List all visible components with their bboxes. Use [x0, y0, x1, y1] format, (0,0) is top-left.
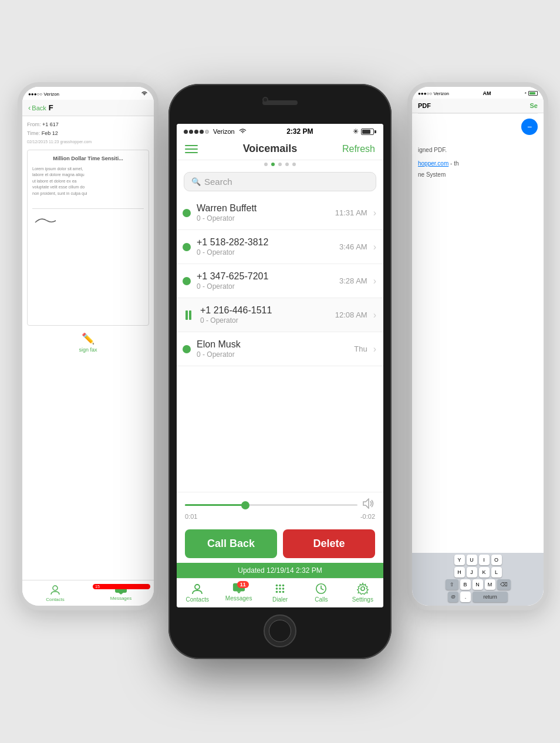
wifi-icon [238, 127, 247, 136]
voicemail-item-0[interactable]: Warren Buffett 0 - Operator 11:31 AM › [177, 196, 383, 230]
status-bar: Verizon 2:32 PM ✳ [177, 124, 383, 138]
battery-indicator [361, 129, 376, 135]
voicemail-item-3[interactable]: +1 216-446-1511 0 - Operator 12:08 AM › [177, 298, 383, 332]
left-status-bar: ●●●○○ Verizon [22, 87, 154, 100]
player-current-time: 0:01 [185, 513, 197, 520]
page-dot-3 [285, 163, 289, 166]
refresh-button[interactable]: Refresh [342, 144, 375, 154]
voicemail-list: Warren Buffett 0 - Operator 11:31 AM › +… [177, 196, 383, 492]
vm-unread-indicator-4 [183, 345, 191, 353]
left-wifi [141, 90, 148, 97]
left-contacts-tab[interactable]: Contacts [22, 584, 88, 602]
search-container: 🔍 Search [177, 170, 383, 196]
vm-ext-1: 0 - Operator [197, 248, 333, 256]
vm-chevron-1: › [373, 242, 376, 252]
tab-contacts[interactable]: Contacts [177, 582, 218, 603]
vm-chevron-0: › [373, 208, 376, 218]
delete-button[interactable]: Delete [283, 529, 375, 558]
vm-ext-2: 0 - Operator [197, 282, 333, 291]
status-strip-text: Updated 12/19/14 2:32 PM [238, 566, 322, 575]
vm-name-1: +1 518-282-3812 [197, 237, 333, 248]
svg-point-8 [279, 587, 281, 590]
page-dot-2 [278, 163, 282, 166]
vm-unread-indicator-1 [183, 243, 191, 251]
tab-messages[interactable]: 11 Messages [218, 582, 259, 603]
tab-contacts-label: Contacts [185, 596, 208, 603]
search-bar[interactable]: 🔍 Search [184, 172, 376, 191]
left-title: F [49, 103, 53, 112]
action-buttons: Call Back Delete [177, 525, 383, 563]
voicemail-item-1[interactable]: +1 518-282-3812 0 - Operator 3:46 AM › [177, 230, 383, 264]
vm-name-3: +1 216-446-1511 [200, 305, 329, 316]
tab-settings-label: Settings [352, 596, 373, 603]
svg-point-6 [282, 585, 285, 587]
page-dot-4 [292, 163, 296, 166]
left-carrier: ●●●○○ Verizon [28, 92, 59, 97]
tab-settings[interactable]: Settings [342, 582, 383, 603]
status-time: 2:32 PM [286, 127, 313, 136]
signal-dot-4 [200, 130, 204, 134]
vm-ext-3: 0 - Operator [200, 316, 329, 325]
main-phone: Verizon 2:32 PM ✳ [168, 84, 392, 659]
pause-bar-left [185, 310, 188, 320]
vm-ext-4: 0 - Operator [197, 350, 348, 359]
volume-icon[interactable] [362, 498, 375, 512]
left-back-button[interactable]: ‹ Back [28, 103, 46, 112]
right-content: igned PDF. hopper.com - th ne System [412, 140, 544, 185]
vm-info-3: +1 216-446-1511 0 - Operator [200, 305, 329, 325]
bluetooth-icon: ✳ [353, 127, 359, 136]
tab-calls-label: Calls [315, 596, 328, 603]
status-strip: Updated 12/19/14 2:32 PM [177, 563, 383, 578]
pause-bar-right [189, 310, 191, 320]
home-button[interactable] [264, 614, 296, 647]
signal-dot-3 [194, 130, 198, 134]
vm-info-0: Warren Buffett 0 - Operator [197, 203, 329, 222]
svg-point-4 [276, 585, 278, 587]
search-icon: 🔍 [191, 177, 201, 186]
phone-screen: Verizon 2:32 PM ✳ [177, 124, 383, 607]
right-nav-bar: PDF Se [412, 99, 544, 113]
vm-name-2: +1 347-625-7201 [197, 271, 333, 282]
svg-point-10 [276, 591, 278, 593]
svg-point-14 [361, 587, 365, 590]
tab-calls[interactable]: Calls [301, 582, 342, 603]
player-thumb[interactable] [241, 501, 249, 509]
player-remaining-time: -0:02 [360, 513, 375, 520]
vm-chevron-3: › [373, 310, 376, 320]
svg-point-7 [276, 587, 278, 590]
vm-time-0: 11:31 AM [335, 208, 367, 217]
carrier-name: Verizon [213, 128, 235, 135]
callback-button[interactable]: Call Back [185, 529, 277, 558]
left-nav-bar: ‹ Back F [22, 100, 154, 116]
menu-button[interactable] [185, 145, 198, 153]
nav-bar: Voicemails Refresh [177, 138, 383, 160]
vm-unread-indicator-0 [183, 209, 191, 217]
player-area: 0:01 -0:02 [177, 492, 383, 525]
tab-bar: Contacts 11 Messages [177, 578, 383, 607]
player-track[interactable] [185, 504, 357, 506]
vm-time-4: Thu [354, 345, 367, 353]
left-content: From: +1 617 Time: Feb 12 02/12/2015 11:… [22, 116, 154, 364]
vm-time-2: 3:28 AM [339, 276, 367, 285]
vm-unread-indicator-2 [183, 277, 191, 285]
svg-point-2 [195, 585, 200, 589]
voicemail-item-2[interactable]: +1 347-625-7201 0 - Operator 3:28 AM › [177, 264, 383, 298]
player-progress [185, 504, 245, 506]
signal-dots [184, 130, 209, 134]
signal-dot-2 [189, 130, 193, 134]
vm-chevron-4: › [373, 344, 376, 354]
doc-preview: Million Dollar Time Sensiti... Lorem ips… [27, 150, 149, 326]
vm-name-4: Elon Musk [197, 339, 348, 350]
signal-dot-1 [184, 130, 188, 134]
left-messages-tab[interactable]: 15 Messages [88, 584, 154, 602]
right-status-bar: ●●●○○ Verizon AM * [412, 87, 544, 99]
vm-time-1: 3:46 AM [339, 242, 367, 251]
tab-dialer[interactable]: Dialer [259, 582, 301, 603]
vm-info-1: +1 518-282-3812 0 - Operator [197, 237, 333, 256]
voicemail-item-4[interactable]: Elon Musk 0 - Operator Thu › [177, 332, 383, 366]
search-placeholder: Search [204, 177, 232, 187]
tab-messages-label: Messages [225, 595, 252, 602]
hamburger-line-3 [185, 152, 198, 153]
vm-ext-0: 0 - Operator [197, 214, 329, 222]
vm-info-2: +1 347-625-7201 0 - Operator [197, 271, 333, 291]
